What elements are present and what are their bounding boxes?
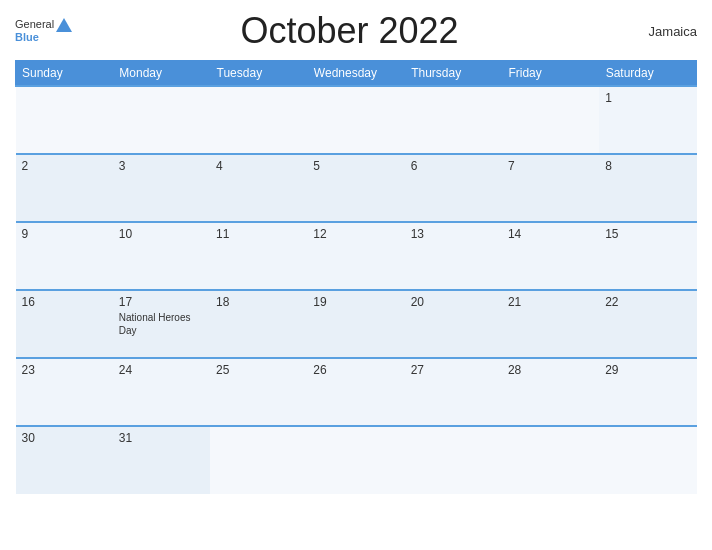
calendar-cell bbox=[307, 426, 404, 494]
calendar-cell: 30 bbox=[16, 426, 113, 494]
days-header-row: SundayMondayTuesdayWednesdayThursdayFrid… bbox=[16, 61, 697, 87]
calendar-cell: 25 bbox=[210, 358, 307, 426]
day-of-week-header: Friday bbox=[502, 61, 599, 87]
calendar-cell: 11 bbox=[210, 222, 307, 290]
day-number: 13 bbox=[411, 227, 496, 241]
calendar-cell: 15 bbox=[599, 222, 696, 290]
day-number: 8 bbox=[605, 159, 690, 173]
calendar-cell bbox=[210, 86, 307, 154]
calendar-cell bbox=[307, 86, 404, 154]
calendar-cell: 16 bbox=[16, 290, 113, 358]
day-number: 24 bbox=[119, 363, 204, 377]
day-number: 22 bbox=[605, 295, 690, 309]
day-number: 14 bbox=[508, 227, 593, 241]
calendar-cell: 10 bbox=[113, 222, 210, 290]
day-number: 2 bbox=[22, 159, 107, 173]
calendar-cell: 23 bbox=[16, 358, 113, 426]
day-number: 18 bbox=[216, 295, 301, 309]
day-of-week-header: Monday bbox=[113, 61, 210, 87]
calendar-cell: 18 bbox=[210, 290, 307, 358]
calendar-cell: 24 bbox=[113, 358, 210, 426]
calendar-cell: 31 bbox=[113, 426, 210, 494]
calendar-week-row: 9101112131415 bbox=[16, 222, 697, 290]
calendar-cell: 12 bbox=[307, 222, 404, 290]
day-number: 27 bbox=[411, 363, 496, 377]
day-number: 10 bbox=[119, 227, 204, 241]
calendar-cell: 9 bbox=[16, 222, 113, 290]
calendar-cell: 2 bbox=[16, 154, 113, 222]
day-number: 9 bbox=[22, 227, 107, 241]
event-label: National Heroes Day bbox=[119, 311, 204, 337]
calendar-cell bbox=[405, 86, 502, 154]
day-number: 4 bbox=[216, 159, 301, 173]
day-of-week-header: Wednesday bbox=[307, 61, 404, 87]
day-number: 12 bbox=[313, 227, 398, 241]
calendar-cell: 5 bbox=[307, 154, 404, 222]
calendar-week-row: 1617National Heroes Day1819202122 bbox=[16, 290, 697, 358]
calendar-cell: 1 bbox=[599, 86, 696, 154]
day-number: 16 bbox=[22, 295, 107, 309]
calendar-cell: 4 bbox=[210, 154, 307, 222]
calendar-cell: 13 bbox=[405, 222, 502, 290]
day-of-week-header: Sunday bbox=[16, 61, 113, 87]
calendar-week-row: 23242526272829 bbox=[16, 358, 697, 426]
day-number: 6 bbox=[411, 159, 496, 173]
calendar-cell: 19 bbox=[307, 290, 404, 358]
day-number: 15 bbox=[605, 227, 690, 241]
day-number: 26 bbox=[313, 363, 398, 377]
calendar-cell bbox=[16, 86, 113, 154]
calendar-cell: 28 bbox=[502, 358, 599, 426]
calendar-cell bbox=[502, 86, 599, 154]
country-label: Jamaica bbox=[627, 24, 697, 39]
day-of-week-header: Tuesday bbox=[210, 61, 307, 87]
logo-triangle-icon bbox=[56, 18, 72, 32]
calendar-cell bbox=[502, 426, 599, 494]
day-number: 19 bbox=[313, 295, 398, 309]
logo-text: General Blue bbox=[15, 18, 54, 44]
calendar-cell bbox=[599, 426, 696, 494]
day-number: 5 bbox=[313, 159, 398, 173]
day-number: 21 bbox=[508, 295, 593, 309]
logo: General Blue bbox=[15, 18, 72, 44]
day-number: 3 bbox=[119, 159, 204, 173]
calendar-week-row: 3031 bbox=[16, 426, 697, 494]
day-number: 17 bbox=[119, 295, 204, 309]
day-number: 30 bbox=[22, 431, 107, 445]
calendar-header: General Blue October 2022 Jamaica bbox=[15, 10, 697, 52]
calendar-cell bbox=[405, 426, 502, 494]
month-title: October 2022 bbox=[72, 10, 627, 52]
day-number: 31 bbox=[119, 431, 204, 445]
day-number: 28 bbox=[508, 363, 593, 377]
day-of-week-header: Saturday bbox=[599, 61, 696, 87]
calendar-cell bbox=[113, 86, 210, 154]
calendar-container: General Blue October 2022 Jamaica Sunday… bbox=[0, 0, 712, 550]
calendar-cell: 22 bbox=[599, 290, 696, 358]
calendar-week-row: 2345678 bbox=[16, 154, 697, 222]
day-number: 11 bbox=[216, 227, 301, 241]
calendar-cell: 20 bbox=[405, 290, 502, 358]
calendar-cell: 21 bbox=[502, 290, 599, 358]
day-number: 23 bbox=[22, 363, 107, 377]
day-of-week-header: Thursday bbox=[405, 61, 502, 87]
day-number: 25 bbox=[216, 363, 301, 377]
calendar-cell: 17National Heroes Day bbox=[113, 290, 210, 358]
calendar-cell: 8 bbox=[599, 154, 696, 222]
calendar-cell: 27 bbox=[405, 358, 502, 426]
calendar-body: 1234567891011121314151617National Heroes… bbox=[16, 86, 697, 494]
calendar-grid: SundayMondayTuesdayWednesdayThursdayFrid… bbox=[15, 60, 697, 494]
calendar-cell: 26 bbox=[307, 358, 404, 426]
calendar-cell: 7 bbox=[502, 154, 599, 222]
day-number: 1 bbox=[605, 91, 690, 105]
calendar-cell: 14 bbox=[502, 222, 599, 290]
calendar-cell: 6 bbox=[405, 154, 502, 222]
calendar-cell bbox=[210, 426, 307, 494]
day-number: 29 bbox=[605, 363, 690, 377]
day-number: 20 bbox=[411, 295, 496, 309]
day-number: 7 bbox=[508, 159, 593, 173]
calendar-week-row: 1 bbox=[16, 86, 697, 154]
calendar-cell: 29 bbox=[599, 358, 696, 426]
calendar-cell: 3 bbox=[113, 154, 210, 222]
